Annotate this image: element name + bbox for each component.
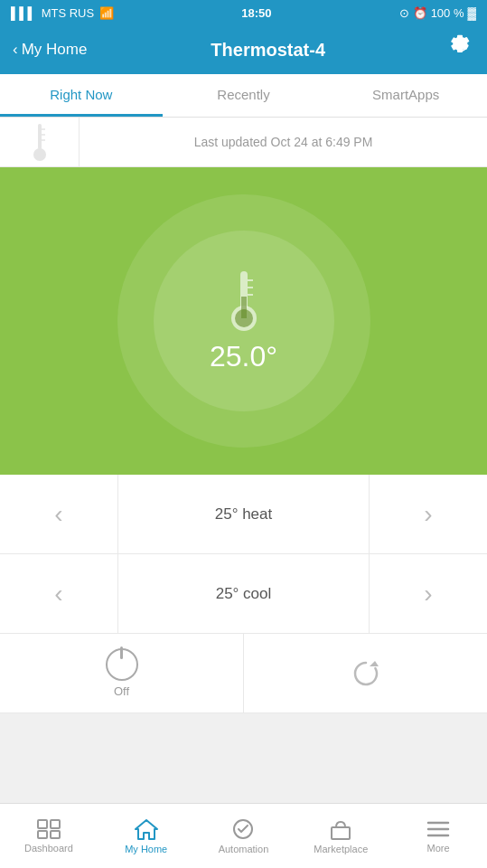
signal-icon: ▌▌▌ [11, 6, 36, 20]
status-battery: ⊙ ⏰ 100 % ▓ [399, 6, 476, 20]
power-button[interactable]: Off [0, 634, 244, 712]
nav-more[interactable]: More [389, 804, 487, 868]
back-button[interactable]: ‹ My Home [13, 41, 87, 59]
power-line-icon [120, 646, 123, 659]
temp-outer-circle: 25.0° [117, 194, 370, 448]
svg-rect-16 [38, 831, 47, 838]
svg-rect-20 [332, 827, 350, 839]
power-label: Off [114, 684, 129, 698]
temperature-display: 25.0° [0, 167, 487, 475]
heat-control-row: ‹ 25° heat › [0, 475, 487, 554]
status-bar: ▌▌▌ MTS RUS 📶 18:50 ⊙ ⏰ 100 % ▓ [0, 0, 487, 25]
marketplace-icon [329, 818, 352, 840]
lock-icon: ⊙ [399, 6, 409, 20]
home-icon [135, 818, 158, 840]
automation-icon [231, 818, 255, 840]
refresh-icon [350, 657, 382, 690]
thermometer-large-icon [226, 269, 262, 333]
svg-rect-2 [38, 140, 41, 155]
heat-increase-button[interactable]: › [370, 475, 487, 553]
more-icon [426, 819, 450, 839]
thermometer-icon [0, 118, 80, 166]
settings-icon[interactable] [449, 34, 474, 65]
battery-icon: ▓ [468, 6, 476, 20]
refresh-button[interactable] [244, 634, 487, 712]
nav-automation[interactable]: Automation [195, 804, 293, 868]
svg-point-9 [235, 309, 253, 327]
heat-decrease-button[interactable]: ‹ [0, 475, 117, 553]
power-circle-icon [106, 648, 138, 681]
svg-marker-18 [136, 820, 157, 839]
page-title: Thermostat-4 [211, 40, 325, 61]
tab-recently[interactable]: Recently [163, 74, 325, 117]
power-refresh-row: Off [0, 634, 487, 713]
svg-rect-14 [38, 820, 47, 828]
svg-marker-13 [370, 661, 379, 666]
nav-dashboard[interactable]: Dashboard [0, 804, 98, 868]
app-header: ‹ My Home Thermostat-4 [0, 25, 487, 74]
last-updated-row: Last updated Oct 24 at 6:49 PM [0, 118, 487, 167]
svg-rect-15 [51, 820, 60, 828]
cool-label: 25° cool [117, 554, 370, 633]
tab-right-now[interactable]: Right Now [0, 74, 163, 117]
last-updated-text: Last updated Oct 24 at 6:49 PM [80, 135, 487, 149]
svg-rect-17 [51, 831, 60, 838]
tab-smartapps[interactable]: SmartApps [324, 74, 487, 117]
bottom-navigation: Dashboard My Home Automation Marketplace… [0, 803, 487, 868]
dashboard-icon [37, 819, 61, 839]
wifi-icon: 📶 [99, 6, 114, 20]
status-time: 18:50 [241, 6, 271, 20]
nav-my-home[interactable]: My Home [98, 804, 195, 868]
tab-bar: Right Now Recently SmartApps [0, 74, 487, 118]
nav-marketplace[interactable]: Marketplace [292, 804, 389, 868]
alarm-icon: ⏰ [413, 6, 427, 20]
back-arrow-icon: ‹ [13, 41, 18, 59]
temperature-value: 25.0° [210, 340, 277, 373]
cool-increase-button[interactable]: › [370, 554, 487, 633]
temp-inner-circle: 25.0° [154, 231, 334, 411]
status-carrier: ▌▌▌ MTS RUS 📶 [11, 6, 114, 20]
heat-label: 25° heat [117, 475, 370, 553]
cool-control-row: ‹ 25° cool › [0, 554, 487, 634]
cool-decrease-button[interactable]: ‹ [0, 554, 117, 633]
